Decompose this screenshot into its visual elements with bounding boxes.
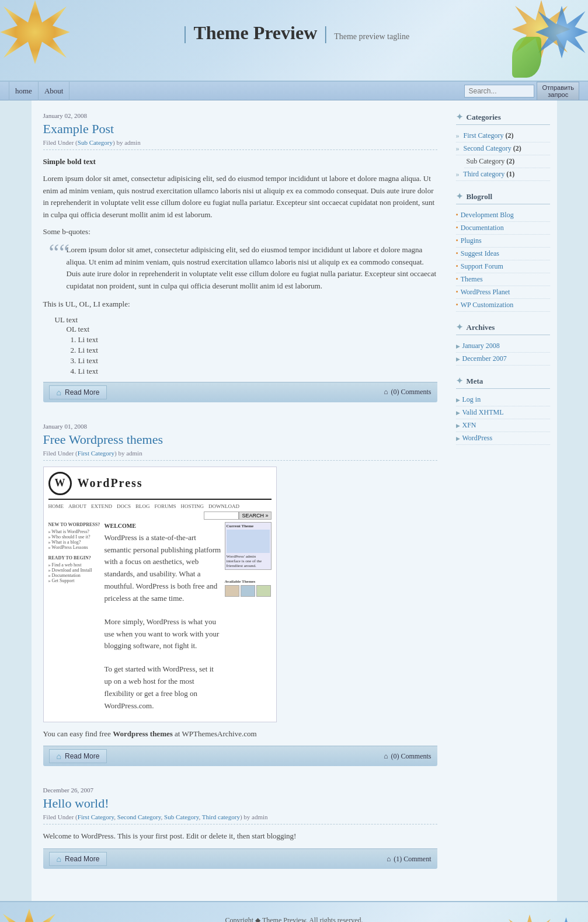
blogroll-item-themes: Themes bbox=[456, 273, 550, 286]
post-cat-link-2[interactable]: First Category bbox=[78, 450, 114, 457]
post-footer-2: ⌂ Read More ⌂ (0) Comments bbox=[43, 746, 437, 766]
wp-theme-thumbs bbox=[225, 585, 272, 597]
li-list: Li text Li text Li text Li text bbox=[78, 335, 437, 376]
search-input[interactable] bbox=[464, 85, 534, 98]
archive-item-jan: January 2008 bbox=[456, 340, 550, 353]
post-cat-2[interactable]: Second Category bbox=[117, 813, 161, 820]
wp-search-box[interactable] bbox=[204, 512, 239, 520]
wp-sidebar-col: NEW TO WORDPRESS? » What is WordPress? »… bbox=[48, 522, 101, 717]
read-more-btn-2[interactable]: ⌂ Read More bbox=[49, 749, 107, 763]
blogroll-link-plugins[interactable]: Plugins bbox=[461, 236, 482, 245]
widget-categories: ✦ Categories First Category (2) Second C… bbox=[456, 112, 550, 181]
nav-home[interactable]: home bbox=[9, 82, 39, 100]
wp-link-7: » Documentation bbox=[48, 573, 101, 578]
post-footer-3: ⌂ Read More ⌂ (1) Comment bbox=[43, 848, 437, 869]
meta-link-xfn[interactable]: XFN bbox=[462, 421, 476, 429]
blogroll-link-planet[interactable]: WordPress Planet bbox=[461, 288, 510, 296]
wp-search-btn[interactable]: SEARCH » bbox=[239, 512, 271, 520]
wp-themes-bold: Wordpress themes bbox=[113, 729, 173, 738]
wp-nav-download: DOWNLOAD bbox=[208, 503, 239, 509]
blogroll-link-themes[interactable]: Themes bbox=[461, 275, 483, 283]
widget-title-blogroll: ✦ Blogroll bbox=[456, 192, 550, 204]
blogroll-link-devblog[interactable]: Development Blog bbox=[461, 211, 514, 219]
wp-current-label: Current Theme bbox=[227, 524, 270, 528]
cat-item-third: Third category (1) bbox=[456, 168, 550, 181]
blogroll-link-customization[interactable]: WP Customization bbox=[461, 301, 514, 309]
widget-blogroll: ✦ Blogroll Development Blog Documentatio… bbox=[456, 192, 550, 312]
search-button[interactable]: Отправитьзапрос bbox=[537, 82, 579, 100]
cat-link-first[interactable]: First Category bbox=[464, 131, 504, 140]
site-tagline: Theme preview tagline bbox=[334, 32, 409, 41]
wp-current-theme: Current Theme WordPress' admin interface… bbox=[225, 522, 272, 570]
post-cat-3[interactable]: Sub Category bbox=[164, 813, 199, 820]
blogroll-link-docs[interactable]: Documentation bbox=[461, 224, 504, 232]
star-icon-archives: ✦ bbox=[456, 322, 463, 332]
archives-label: Archives bbox=[467, 323, 495, 332]
wp-nav-extend: EXTEND bbox=[91, 503, 112, 509]
read-more-btn-3[interactable]: ⌂ Read More bbox=[49, 852, 107, 866]
post-content-1: Simple bold text Lorem ipsum dolor sit a… bbox=[43, 156, 437, 376]
meta-item-xfn: XFN bbox=[456, 419, 550, 432]
wp-theme-desc: WordPress' admin interface is one of the… bbox=[227, 554, 270, 568]
post-cat-1[interactable]: First Category bbox=[78, 813, 114, 820]
content-area: January 02, 2008 Example Post Filed Unde… bbox=[32, 100, 557, 901]
post-para-2: You can easy find free Wordpress themes … bbox=[43, 728, 437, 740]
wp-link-4: » WordPress Lessons bbox=[48, 545, 101, 550]
post-title-3: Hello world! bbox=[43, 796, 437, 811]
home-icon-1: ⌂ bbox=[57, 388, 61, 397]
wp-link-3: » What is a blog? bbox=[48, 540, 101, 545]
meta-link-xhtml[interactable]: Valid XHTML bbox=[462, 408, 504, 416]
archive-item-dec: December 2007 bbox=[456, 353, 550, 366]
read-more-btn-1[interactable]: ⌂ Read More bbox=[49, 385, 107, 399]
list-item: Li text bbox=[78, 346, 437, 355]
post-title-link-1[interactable]: Example Post bbox=[43, 121, 114, 136]
nav-bar: home About Отправитьзапрос bbox=[0, 82, 588, 100]
cat-item-sub: Sub Category (2) bbox=[464, 155, 550, 168]
post-title-2: Free Wordpress themes bbox=[43, 432, 437, 447]
star-icon-meta: ✦ bbox=[456, 376, 463, 386]
blogroll-item-devblog: Development Blog bbox=[456, 209, 550, 222]
cat-link-third[interactable]: Third category bbox=[463, 170, 505, 178]
blogroll-item-suggest: Suggest Ideas bbox=[456, 248, 550, 260]
wp-available-label: Available Themes bbox=[225, 579, 272, 584]
categories-label: Categories bbox=[467, 113, 501, 122]
nav-links: home About bbox=[9, 82, 69, 100]
blogroll-item-docs: Documentation bbox=[456, 222, 550, 235]
meta-link-wordpress[interactable]: WordPress bbox=[462, 434, 493, 442]
post-cat-4[interactable]: Third category bbox=[202, 813, 240, 820]
meta-item-login: Log in bbox=[456, 394, 550, 406]
read-more-label-3: Read More bbox=[65, 855, 99, 863]
wp-welcome-heading: WELCOME bbox=[105, 522, 221, 530]
post-cat-link-1[interactable]: Sub Category bbox=[78, 139, 113, 146]
blogroll-link-suggest[interactable]: Suggest Ideas bbox=[461, 249, 499, 258]
categories-list: First Category (2) Second Category (2) S… bbox=[456, 130, 550, 181]
wp-nav-forums: FORUMS bbox=[155, 503, 176, 509]
bold-text-label: Simple bold text bbox=[43, 156, 437, 168]
cat-item-second: Second Category (2) bbox=[456, 142, 550, 155]
post-blockquote-1: Lorem ipsum dolor sit amet, consectetur … bbox=[55, 244, 437, 293]
archive-link-jan[interactable]: January 2008 bbox=[462, 342, 500, 350]
list-section-1: UL text OL text Li text Li text Li text … bbox=[55, 315, 437, 376]
meta-link-login[interactable]: Log in bbox=[462, 395, 481, 403]
footer-copyright: Copyright ◆ Theme Preview. All rights re… bbox=[12, 916, 576, 922]
post-para-1: Lorem ipsum dolor sit amet, consectetur … bbox=[43, 173, 437, 221]
nav-about[interactable]: About bbox=[39, 82, 70, 100]
post-meta-1: Filed Under (Sub Category) by admin bbox=[43, 139, 437, 150]
wp-thumb-3 bbox=[256, 585, 271, 597]
comments-icon-2: ⌂ bbox=[384, 752, 388, 761]
wp-link-1: » What is WordPress? bbox=[48, 529, 101, 534]
star-icon-categories: ✦ bbox=[456, 112, 463, 122]
post-example: January 02, 2008 Example Post Filed Unde… bbox=[43, 112, 437, 408]
site-header: | Theme Preview | Theme preview tagline bbox=[0, 0, 588, 82]
blogroll-link-support[interactable]: Support Forum bbox=[461, 262, 503, 270]
cat-link-second[interactable]: Second Category bbox=[464, 144, 512, 152]
read-more-label-1: Read More bbox=[65, 388, 99, 396]
post-title-link-2[interactable]: Free Wordpress themes bbox=[43, 432, 163, 447]
meta-item-xhtml: Valid XHTML bbox=[456, 406, 550, 419]
post-title-link-3[interactable]: Hello world! bbox=[43, 796, 109, 810]
wp-main-col: WELCOME WordPress is a state-of-the-art … bbox=[105, 522, 221, 717]
wp-more-text: More simply, WordPress is what you use w… bbox=[105, 616, 221, 652]
archive-link-dec[interactable]: December 2007 bbox=[462, 354, 507, 363]
comments-icon-3: ⌂ bbox=[387, 855, 391, 864]
widget-title-archives: ✦ Archives bbox=[456, 322, 550, 335]
